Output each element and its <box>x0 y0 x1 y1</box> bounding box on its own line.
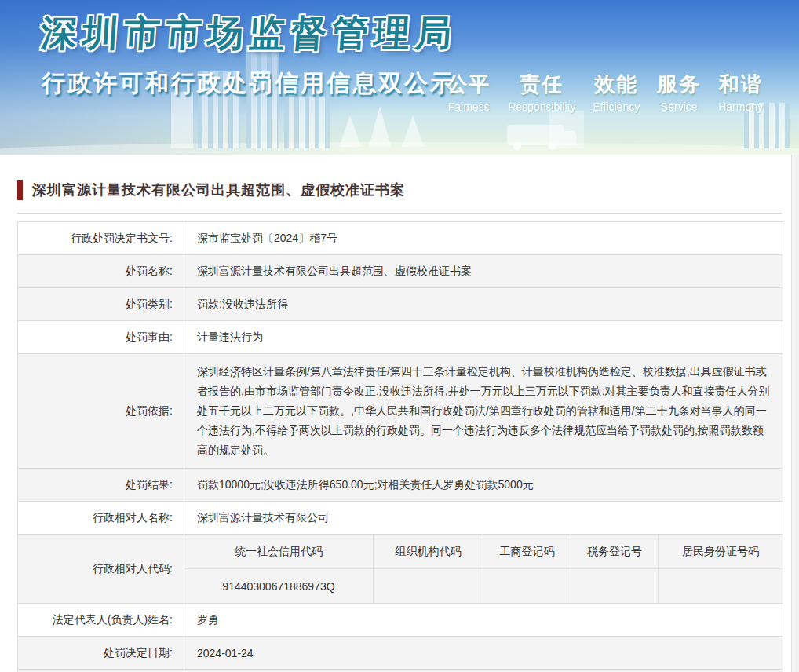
table-row-penalty-name: 处罚名称: 深圳富源计量技术有限公司出具超范围、虚假校准证书案 <box>18 255 783 288</box>
slogan-efficiency: 效能 Efficiency <box>593 71 640 113</box>
code-col-value: 91440300671886973Q <box>184 569 374 603</box>
code-col-header: 居民身份证号码 <box>659 535 783 568</box>
table-row-party-name: 行政相对人名称: 深圳富源计量技术有限公司 <box>18 502 783 535</box>
main-content: 深圳富源计量技术有限公司出具超范围、虚假校准证书案 行政处罚决定书文号: 深市监… <box>0 180 799 672</box>
table-row-penalty-reason: 处罚事由: 计量违法行为 <box>18 321 783 354</box>
code-header-row: 统一社会信用代码 组织机构代码 工商登记码 税务登记号 居民身份证号码 <box>184 535 783 569</box>
slogan-cn: 和谐 <box>719 71 763 98</box>
slogan-harmony: 和谐 Harmony <box>718 71 763 113</box>
row-label: 法定代表人(负责人)姓名: <box>18 604 184 636</box>
row-label: 行政相对人名称: <box>18 502 184 534</box>
building-silhouette <box>171 92 193 148</box>
code-col-header: 工商登记码 <box>483 535 571 568</box>
case-header: 深圳富源计量技术有限公司出具超范围、虚假校准证书案 <box>17 180 782 200</box>
row-label: 行政相对人代码: <box>18 535 184 603</box>
row-label: 处罚事由: <box>18 321 184 353</box>
slogan-responsibility: 责任 Responsibility <box>508 71 575 113</box>
row-label: 行政处罚决定书文号: <box>18 222 184 254</box>
truck-silhouette <box>507 125 564 145</box>
row-value: 罗勇 <box>184 604 783 636</box>
row-value: 罚款;没收违法所得 <box>184 288 783 320</box>
table-row-penalty-result: 处罚结果: 罚款10000元;没收违法所得650.00元;对相关责任人罗勇处罚款… <box>18 469 783 502</box>
slogan-cn: 服务 <box>657 71 701 98</box>
table-row-party-codes: 行政相对人代码: 统一社会信用代码 组织机构代码 工商登记码 税务登记号 居民身… <box>18 535 783 604</box>
skyline-ground <box>0 142 799 155</box>
table-row-legal-representative: 法定代表人(负责人)姓名: 罗勇 <box>18 604 783 637</box>
building-silhouette <box>284 97 330 148</box>
table-row-penalty-category: 处罚类别: 罚款;没收违法所得 <box>18 288 783 321</box>
code-value-row: 91440300671886973Q <box>184 569 783 603</box>
row-label: 处罚名称: <box>18 255 184 287</box>
slogan-cn: 责任 <box>520 71 564 98</box>
code-col-header: 组织机构代码 <box>374 535 483 568</box>
tree-silhouette <box>339 115 361 147</box>
table-row-document-number: 行政处罚决定书文号: 深市监宝处罚〔2024〕稽7号 <box>18 222 783 255</box>
slogan-service: 服务 Service <box>657 71 701 113</box>
slogan-fairness: 公平 Faimess <box>447 71 491 113</box>
slogan-en: Harmony <box>718 100 763 113</box>
header-banner: 深圳市市场监督管理局 行政许可和行政处罚信用信息双公示 公平 Faimess 责… <box>0 0 799 155</box>
row-value: 计量违法行为 <box>184 321 783 353</box>
row-label: 处罚决定日期: <box>18 637 184 669</box>
slogan-en: Responsibility <box>508 100 575 113</box>
party-code-grid: 统一社会信用代码 组织机构代码 工商登记码 税务登记号 居民身份证号码 9144… <box>184 535 783 603</box>
code-col-value <box>659 569 783 603</box>
row-label: 处罚依据: <box>18 354 184 468</box>
code-col-value <box>374 569 483 603</box>
slogan-group: 公平 Faimess 责任 Responsibility 效能 Efficien… <box>447 71 763 113</box>
site-title: 深圳市市场监督管理局 <box>39 9 458 58</box>
row-value: 深圳经济特区计量条例/第八章法律责任/第四十三条计量检定机构、计量校准机构伪造检… <box>184 354 783 468</box>
table-row-penalty-basis: 处罚依据: 深圳经济特区计量条例/第八章法律责任/第四十三条计量检定机构、计量校… <box>18 354 783 469</box>
site-subtitle: 行政许可和行政处罚信用信息双公示 <box>42 68 456 100</box>
tree-silhouette <box>402 115 424 147</box>
title-separator <box>17 213 782 214</box>
row-value: 深圳富源计量技术有限公司 <box>184 502 783 534</box>
code-col-header: 税务登记号 <box>571 535 659 568</box>
code-col-header: 统一社会信用代码 <box>184 535 374 568</box>
slogan-en: Faimess <box>448 100 490 113</box>
tree-silhouette <box>369 106 391 147</box>
slogan-en: Service <box>661 100 698 113</box>
slogan-cn: 公平 <box>447 71 491 98</box>
title-accent-bar <box>17 180 23 200</box>
row-value: 罚款10000元;没收违法所得650.00元;对相关责任人罗勇处罚款5000元 <box>184 469 783 501</box>
row-value: 2024-01-24 <box>184 637 783 669</box>
code-col-value <box>571 569 659 603</box>
row-label: 处罚结果: <box>18 469 184 501</box>
row-value: 深市监宝处罚〔2024〕稽7号 <box>184 222 783 254</box>
page-title: 深圳富源计量技术有限公司出具超范围、虚假校准证书案 <box>32 181 405 199</box>
row-value: 深圳富源计量技术有限公司出具超范围、虚假校准证书案 <box>184 255 783 287</box>
slogan-en: Efficiency <box>593 100 640 113</box>
slogan-cn: 效能 <box>594 71 638 98</box>
row-label: 处罚类别: <box>18 288 184 320</box>
table-row-decision-date: 处罚决定日期: 2024-01-24 <box>18 637 783 670</box>
penalty-info-table: 行政处罚决定书文号: 深市监宝处罚〔2024〕稽7号 处罚名称: 深圳富源计量技… <box>17 221 783 672</box>
code-col-value <box>483 569 571 603</box>
vertical-scrollbar[interactable] <box>791 155 799 672</box>
